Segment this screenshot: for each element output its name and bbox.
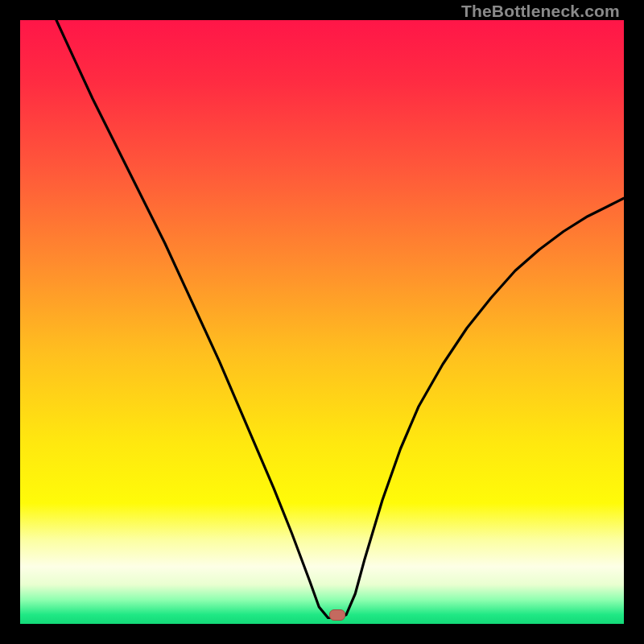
plot-area — [20, 20, 624, 624]
bottleneck-curve — [20, 20, 624, 624]
watermark-text: TheBottleneck.com — [461, 2, 620, 21]
optimal-point-marker — [329, 609, 345, 621]
chart-frame: TheBottleneck.com — [0, 0, 644, 644]
